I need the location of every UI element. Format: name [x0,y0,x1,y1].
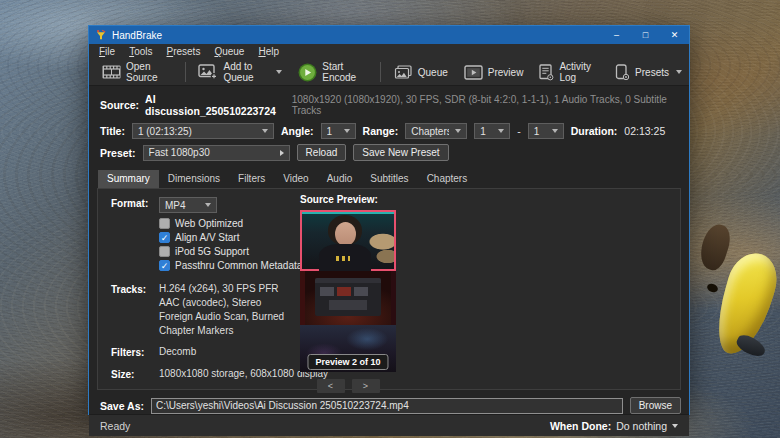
range-to-select[interactable]: 1 [528,123,564,139]
captured-app-titlebar [315,278,381,283]
when-done-value: Do nothing [616,420,667,432]
activity-log-icon [539,64,554,81]
save-as-label: Save As: [100,400,144,412]
play-icon [298,63,317,82]
tab-filters[interactable]: Filters [229,170,274,188]
range-from-select[interactable]: 1 [474,123,510,139]
tab-subtitles[interactable]: Subtitles [361,170,417,188]
menu-help[interactable]: Help [251,45,286,58]
open-source-label: Open Source [126,61,172,83]
save-new-preset-button[interactable]: Save New Preset [353,144,448,161]
source-label: Source: [100,99,139,111]
range-dash: - [517,125,521,137]
source-name: AI discussion_250510223724 [145,93,286,117]
duck-eye [706,282,719,293]
desktop-capture-region [300,271,396,325]
menu-presets[interactable]: Presets [159,45,207,58]
close-button[interactable]: ✕ [660,26,689,44]
presets-dropdown-icon[interactable] [676,70,682,74]
checkbox-icon[interactable] [159,260,170,271]
preview-counter-badge: Preview 2 of 10 [307,354,388,370]
tab-dimensions[interactable]: Dimensions [159,170,229,188]
person-face [335,222,356,246]
size-label: Size: [111,368,159,380]
add-to-queue-button[interactable]: Add to Queue [191,58,289,86]
angle-select[interactable]: 1 [321,123,356,139]
preview-navigation: < > [300,379,396,393]
menu-bar: File Tools Presets Queue Help [89,44,689,59]
titlebar: HandBrake – □ ✕ [89,26,689,44]
when-done-dropdown[interactable]: When Done: Do nothing [550,420,678,432]
summary-tab-panel: Format: MP4 Web Optimized [97,188,681,390]
title-select[interactable]: 1 (02:13:25) [132,123,274,139]
status-text: Ready [100,420,130,432]
chevron-down-icon [205,203,211,207]
chevron-down-icon [498,129,504,133]
menu-tools[interactable]: Tools [122,45,159,58]
save-as-input[interactable] [151,398,623,414]
reload-button[interactable]: Reload [297,144,347,161]
toolbar-separator [185,62,186,82]
thumbnail [320,287,334,296]
toolbar: Open Source Add to Queue Start Encode [89,59,689,86]
main-content: Source: AI discussion_250510223724 1080x… [89,86,689,414]
open-source-button[interactable]: Open Source [95,58,179,86]
activity-log-button[interactable]: Activity Log [532,58,606,86]
filmstrip-icon [102,65,121,79]
range-type-select[interactable]: Chapters [405,123,467,139]
when-done-label: When Done: [550,420,611,432]
chevron-down-icon [344,129,350,133]
duck-head [696,221,735,273]
led-strip [302,212,394,214]
status-bar: Ready When Done: Do nothing [89,414,689,436]
tab-chapters[interactable]: Chapters [418,170,477,188]
preset-label: Preset: [100,147,136,159]
tab-video[interactable]: Video [274,170,317,188]
next-preview-button[interactable]: > [352,379,380,393]
start-encode-button[interactable]: Start Encode [291,58,374,86]
presets-button[interactable]: Presets [608,61,689,84]
chevron-down-icon [262,129,268,133]
maximize-button[interactable]: □ [631,26,660,44]
queue-label: Queue [418,67,448,78]
source-row: Source: AI discussion_250510223724 1080x… [89,93,689,117]
checkbox-icon[interactable] [159,246,170,257]
tab-summary[interactable]: Summary [98,170,159,188]
preview-label: Preview [488,67,524,78]
preset-row: Preset: Fast 1080p30 Reload Save New Pre… [89,144,689,161]
handbrake-window: HandBrake – □ ✕ File Tools Presets Queue… [88,25,690,415]
browse-button[interactable]: Browse [630,397,681,414]
queue-button[interactable]: Queue [387,62,455,83]
activity-log-label: Activity Log [559,61,599,83]
add-to-queue-icon [198,64,218,80]
add-to-queue-label: Add to Queue [223,61,269,83]
checkbox-icon[interactable] [159,232,170,243]
summary-left-column: Format: MP4 Web Optimized [111,197,328,380]
save-as-row: Save As: Browse [89,397,689,414]
thumbnail [354,287,368,296]
menu-queue[interactable]: Queue [207,45,251,58]
desktop-wallpaper: HandBrake – □ ✕ File Tools Presets Queue… [0,0,780,438]
window-title: HandBrake [112,30,162,41]
source-details: 1080x1920 (1080x1920), 30 FPS, SDR (8-bi… [292,94,689,116]
format-select[interactable]: MP4 [159,197,217,213]
previous-preview-button[interactable]: < [317,379,345,393]
minimize-button[interactable]: – [602,26,631,44]
chevron-right-icon [280,150,284,156]
menu-file[interactable]: File [92,45,122,58]
shirt-graphic [336,256,350,261]
source-preview-label: Source Preview: [300,194,400,205]
start-encode-label: Start Encode [322,61,367,83]
chevron-down-icon [552,129,558,133]
preset-select[interactable]: Fast 1080p30 [143,145,290,161]
chevron-down-icon [455,129,461,133]
tab-strip: Summary Dimensions Filters Video Audio S… [98,170,689,188]
checkbox-icon[interactable] [159,218,170,229]
presets-icon [615,64,630,81]
tracks-label: Tracks: [111,283,159,336]
tab-audio[interactable]: Audio [318,170,362,188]
preview-button[interactable]: Preview [457,62,531,83]
add-to-queue-dropdown-icon[interactable] [276,70,282,74]
range-label: Range: [363,125,399,137]
chevron-down-icon [672,424,678,428]
